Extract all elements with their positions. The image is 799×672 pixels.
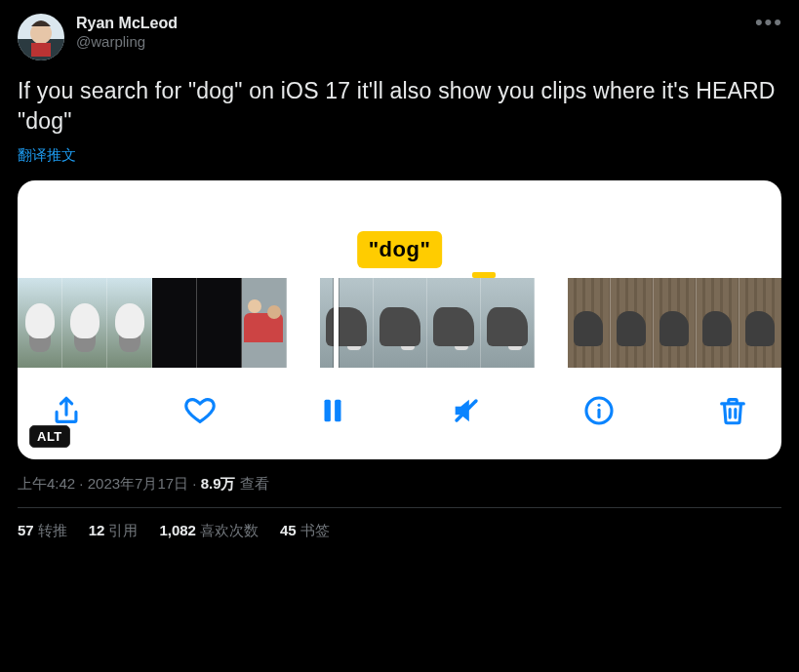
playhead-indicator[interactable]	[334, 278, 339, 368]
tweet-metadata: 上午4:42 · 2023年7月17日 · 8.9万 查看	[18, 475, 781, 494]
alt-text-badge[interactable]: ALT	[29, 425, 70, 448]
clip-frame	[18, 278, 62, 368]
clip-cluster[interactable]	[18, 278, 287, 368]
share-icon[interactable]	[47, 391, 86, 430]
mute-icon[interactable]	[447, 391, 486, 430]
video-filmstrip[interactable]	[18, 278, 781, 368]
retweets-stat[interactable]: 57转推	[18, 522, 67, 540]
tweet-header: Ryan McLeod @warpling	[18, 14, 781, 60]
svg-rect-3	[31, 43, 51, 57]
clip-frame	[697, 278, 739, 368]
trash-icon[interactable]	[713, 391, 752, 430]
clip-cluster[interactable]	[320, 278, 535, 368]
clip-cluster[interactable]	[568, 278, 781, 368]
media-header-area: "dog"	[18, 180, 781, 278]
heart-icon[interactable]	[180, 391, 220, 430]
svg-rect-5	[335, 400, 340, 422]
views-count: 8.9万	[201, 475, 236, 492]
translate-link[interactable]: 翻译推文	[18, 146, 76, 165]
divider	[18, 507, 781, 508]
more-options-button[interactable]: •••	[755, 10, 783, 35]
pause-icon[interactable]	[313, 391, 352, 430]
tweet-text: If you search for "dog" on iOS 17 it'll …	[18, 76, 781, 137]
tweet-container: ••• Ryan McLeod @warpling If you search …	[0, 0, 799, 672]
clip-frame	[374, 278, 427, 368]
user-handle[interactable]: @warpling	[76, 33, 178, 52]
svg-rect-4	[325, 400, 331, 422]
clip-frame	[197, 278, 242, 368]
avatar[interactable]	[18, 14, 64, 60]
search-term-badge: "dog"	[357, 231, 443, 268]
media-toolbar	[18, 368, 781, 459]
clip-frame	[427, 278, 481, 368]
clip-frame	[654, 278, 697, 368]
clip-frame	[568, 278, 611, 368]
clip-frame	[242, 278, 287, 368]
views-label: 查看	[236, 475, 269, 492]
quotes-stat[interactable]: 12引用	[89, 522, 139, 540]
media-attachment[interactable]: "dog"	[18, 180, 781, 459]
clip-frame	[107, 278, 152, 368]
display-name[interactable]: Ryan McLeod	[76, 14, 178, 33]
info-icon[interactable]	[579, 391, 619, 430]
bookmarks-stat[interactable]: 45书签	[280, 522, 330, 540]
clip-frame	[739, 278, 781, 368]
tweet-date[interactable]: 2023年7月17日	[88, 475, 188, 492]
engagement-stats: 57转推 12引用 1,082喜欢次数 45书签	[18, 522, 781, 540]
clip-frame	[152, 278, 197, 368]
tweet-time[interactable]: 上午4:42	[18, 475, 75, 492]
svg-point-7	[598, 404, 601, 407]
likes-stat[interactable]: 1,082喜欢次数	[159, 522, 259, 540]
clip-frame	[62, 278, 107, 368]
clip-frame	[611, 278, 654, 368]
clip-frame	[320, 278, 374, 368]
clip-frame	[481, 278, 535, 368]
